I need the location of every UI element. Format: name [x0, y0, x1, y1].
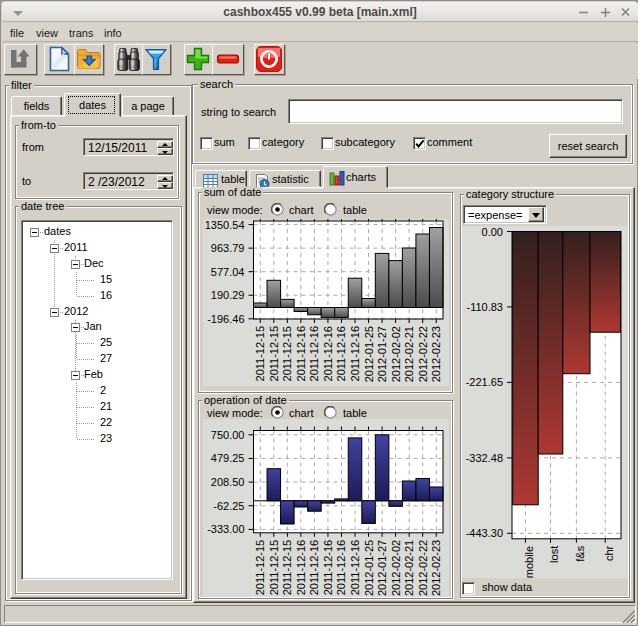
svg-text:-62.25: -62.25 [213, 500, 244, 512]
svg-text:2011-12-16: 2011-12-16 [308, 326, 320, 381]
svg-text:2011-12-15: 2011-12-15 [281, 540, 293, 595]
svg-text:-443.30: -443.30 [466, 527, 503, 539]
svg-text:2011-12-16: 2011-12-16 [295, 326, 307, 381]
svg-text:2011-12-16: 2011-12-16 [335, 326, 347, 381]
svg-text:2011-12-16: 2011-12-16 [322, 540, 334, 595]
svg-text:2011-12-15: 2011-12-15 [268, 540, 280, 595]
svg-text:-196.46: -196.46 [207, 313, 244, 325]
svg-text:2011-12-16: 2011-12-16 [295, 540, 307, 595]
svg-text:-333.00: -333.00 [207, 523, 244, 535]
svg-text:208.50: 208.50 [211, 476, 245, 488]
svg-text:2011-12-16: 2011-12-16 [349, 540, 361, 595]
svg-text:2012-02-23: 2012-02-23 [430, 540, 442, 596]
svg-text:479.25: 479.25 [211, 452, 245, 464]
svg-text:1350.54: 1350.54 [205, 219, 245, 231]
svg-text:lost: lost [549, 546, 561, 563]
svg-text:2012-02-21: 2012-02-21 [403, 326, 415, 382]
svg-text:2011-12-16: 2011-12-16 [335, 540, 347, 595]
svg-text:0.00: 0.00 [482, 226, 503, 238]
svg-text:2011-12-16: 2011-12-16 [308, 540, 320, 595]
svg-text:2012-02-22: 2012-02-22 [417, 540, 429, 596]
svg-text:2012-02-21: 2012-02-21 [403, 540, 415, 596]
svg-text:f&s: f&s [574, 545, 586, 561]
svg-text:2012-01-25: 2012-01-25 [363, 326, 375, 382]
svg-text:2012-02-22: 2012-02-22 [417, 326, 429, 382]
svg-text:mobile: mobile [523, 546, 535, 578]
svg-text:2012-02-02: 2012-02-02 [390, 326, 402, 382]
svg-text:-332.48: -332.48 [466, 452, 503, 464]
svg-text:2011-12-15: 2011-12-15 [254, 540, 266, 595]
svg-text:2011-12-16: 2011-12-16 [322, 326, 334, 381]
svg-text:chr: chr [603, 545, 615, 561]
svg-text:-110.83: -110.83 [467, 301, 504, 313]
svg-text:2011-12-15: 2011-12-15 [281, 326, 293, 381]
svg-text:2012-01-27: 2012-01-27 [376, 326, 388, 382]
svg-text:2011-12-16: 2011-12-16 [349, 326, 361, 381]
svg-text:2011-12-15: 2011-12-15 [254, 326, 266, 381]
svg-text:750.00: 750.00 [211, 429, 245, 441]
svg-text:2011-12-15: 2011-12-15 [268, 326, 280, 381]
svg-text:-221.65: -221.65 [466, 376, 503, 388]
svg-text:963.79: 963.79 [211, 242, 245, 254]
svg-text:2012-02-23: 2012-02-23 [430, 326, 442, 382]
svg-text:577.04: 577.04 [211, 266, 245, 278]
svg-text:190.29: 190.29 [211, 289, 245, 301]
svg-text:2012-01-27: 2012-01-27 [376, 540, 388, 596]
svg-text:2012-01-25: 2012-01-25 [363, 540, 375, 596]
svg-text:2012-02-02: 2012-02-02 [390, 540, 402, 596]
